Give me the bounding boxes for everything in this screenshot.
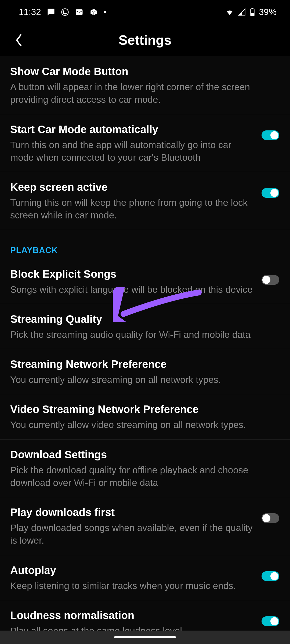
setting-desc: A button will appear in the lower right … [10, 80, 279, 106]
setting-title: Streaming Quality [10, 312, 279, 326]
setting-desc: You currently allow streaming on all net… [10, 373, 279, 386]
play-downloads-first-row[interactable]: Play downloads first Play downloaded son… [0, 497, 290, 555]
battery-percent: 39% [259, 7, 277, 17]
setting-desc: You currently allow video streaming on a… [10, 418, 279, 431]
download-settings-row[interactable]: Download Settings Pick the download qual… [0, 440, 290, 497]
page-title: Settings [118, 32, 171, 48]
setting-desc: Keep listening to similar tracks when yo… [10, 579, 256, 592]
play-downloads-first-toggle[interactable] [262, 513, 279, 523]
box-icon [89, 8, 98, 16]
keep-screen-active-toggle[interactable] [262, 188, 279, 198]
setting-title: Video Streaming Network Preference [10, 402, 279, 416]
autoplay-row[interactable]: Autoplay Keep listening to similar track… [0, 555, 290, 600]
chat-icon [47, 8, 55, 16]
chevron-left-icon [15, 34, 23, 47]
svg-rect-1 [76, 9, 82, 15]
header: Settings [0, 24, 290, 56]
status-time: 11:32 [19, 7, 41, 17]
dot-icon [104, 11, 106, 13]
setting-desc: Songs with explicit language will be blo… [10, 283, 256, 296]
setting-title: Show Car Mode Button [10, 64, 279, 78]
loudness-normalisation-toggle[interactable] [262, 616, 279, 626]
setting-title: Play downloads first [10, 505, 256, 519]
setting-title: Streaming Network Preference [10, 357, 279, 371]
svg-rect-4 [251, 13, 254, 16]
setting-title: Start Car Mode automatically [10, 122, 256, 136]
setting-title: Keep screen active [10, 180, 256, 194]
status-left: 11:32 [19, 7, 106, 17]
signal-icon [238, 8, 246, 16]
nav-handle[interactable] [114, 636, 176, 638]
setting-desc: Play downloaded songs when available, ev… [10, 521, 256, 547]
setting-desc: Turn this on and the app will automatica… [10, 138, 256, 164]
back-button[interactable] [11, 32, 27, 48]
setting-title: Download Settings [10, 448, 279, 462]
setting-desc: Pick the streaming audio quality for Wi-… [10, 328, 279, 341]
streaming-quality-row[interactable]: Streaming Quality Pick the streaming aud… [0, 304, 290, 349]
setting-title: Block Explicit Songs [10, 267, 256, 281]
block-explicit-songs-row[interactable]: Block Explicit Songs Songs with explicit… [0, 259, 290, 304]
status-bar: 11:32 39% [0, 0, 290, 24]
setting-title: Loudness normalisation [10, 608, 256, 622]
video-streaming-network-preference-row[interactable]: Video Streaming Network Preference You c… [0, 394, 290, 439]
autoplay-toggle[interactable] [262, 571, 279, 581]
svg-rect-3 [252, 8, 253, 9]
wifi-icon [225, 8, 234, 16]
whatsapp-icon [61, 8, 69, 16]
nav-bar [0, 631, 290, 644]
setting-title: Autoplay [10, 563, 256, 577]
section-header-playback: PLAYBACK [0, 230, 290, 259]
streaming-network-preference-row[interactable]: Streaming Network Preference You current… [0, 349, 290, 394]
show-car-mode-button-row[interactable]: Show Car Mode Button A button will appea… [0, 56, 290, 114]
block-explicit-songs-toggle[interactable] [262, 275, 279, 285]
setting-desc: Pick the download quality for offline pl… [10, 464, 279, 489]
start-car-mode-auto-toggle[interactable] [262, 130, 279, 140]
start-car-mode-auto-row[interactable]: Start Car Mode automatically Turn this o… [0, 114, 290, 172]
outlook-icon [75, 8, 84, 16]
keep-screen-active-row[interactable]: Keep screen active Turning this on will … [0, 172, 290, 230]
status-right: 39% [225, 7, 277, 17]
setting-desc: Turning this on will keep the phone from… [10, 196, 256, 222]
battery-icon [250, 8, 255, 16]
settings-list: Show Car Mode Button A button will appea… [0, 56, 290, 644]
